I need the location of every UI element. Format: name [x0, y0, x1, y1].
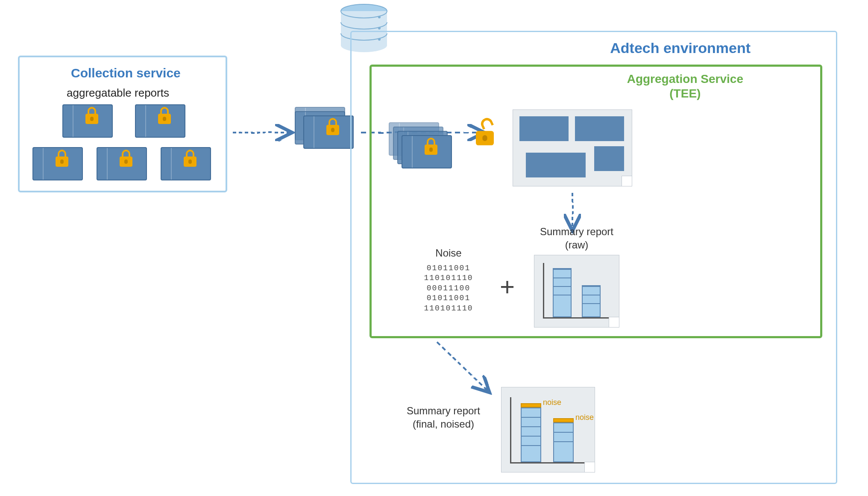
- collection-title: Collection service: [71, 66, 181, 80]
- aggregation-service-box: Aggregation Service (TEE) Summary: [369, 65, 822, 338]
- svg-point-5: [378, 27, 381, 30]
- summary-raw-label: Summary report (raw): [530, 225, 624, 251]
- locked-report-icon: [32, 147, 83, 180]
- plus-icon: +: [500, 272, 515, 301]
- summary-final-label: Summary report (final, noised): [394, 404, 493, 431]
- adtech-title: Adtech environment: [610, 40, 751, 56]
- aggregation-title: Aggregation Service (TEE): [627, 72, 743, 100]
- locked-report-icon: [161, 147, 211, 180]
- locked-report-icon: [62, 104, 113, 138]
- summary-raw-chart: [534, 255, 619, 328]
- locked-report-icon: [135, 104, 185, 138]
- summary-final-chart: noise noise: [501, 387, 595, 472]
- decrypted-data-icon: [513, 109, 632, 186]
- adtech-environment-box: Adtech environment Aggregation Service (…: [350, 31, 837, 484]
- unlock-icon: [476, 131, 494, 145]
- svg-point-4: [378, 16, 381, 18]
- locked-report-icon: [97, 147, 147, 180]
- arrow-icon: [231, 124, 295, 141]
- arrow-icon: [428, 340, 497, 396]
- collection-service-box: Collection service aggregatable reports: [18, 56, 227, 192]
- noise-bits: 01011001 110101110 00011100 01011001 110…: [416, 263, 481, 313]
- noise-label: Noise: [419, 246, 478, 260]
- collection-subtitle: aggregatable reports: [67, 86, 169, 100]
